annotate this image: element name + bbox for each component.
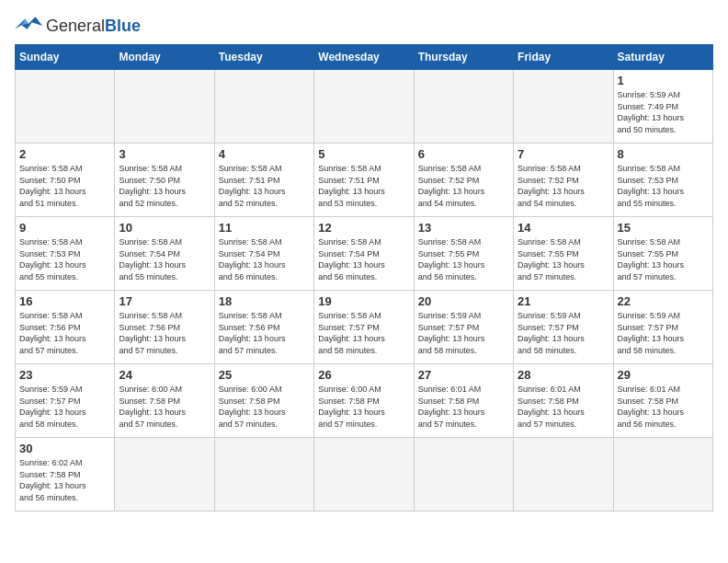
- day-cell: 24Sunrise: 6:00 AM Sunset: 7:58 PM Dayli…: [115, 364, 214, 438]
- day-cell: [314, 70, 414, 144]
- day-cell: 22Sunrise: 5:59 AM Sunset: 7:57 PM Dayli…: [613, 291, 712, 364]
- day-cell: 13Sunrise: 5:58 AM Sunset: 7:55 PM Dayli…: [414, 217, 513, 291]
- day-number: 20: [418, 294, 509, 308]
- day-cell: 14Sunrise: 5:58 AM Sunset: 7:55 PM Dayli…: [514, 217, 613, 291]
- day-number: 1: [618, 74, 709, 87]
- day-info: Sunrise: 6:00 AM Sunset: 7:58 PM Dayligh…: [119, 384, 210, 430]
- day-cell: 21Sunrise: 5:59 AM Sunset: 7:57 PM Dayli…: [514, 291, 613, 364]
- day-info: Sunrise: 5:59 AM Sunset: 7:57 PM Dayligh…: [518, 310, 609, 356]
- day-info: Sunrise: 5:59 AM Sunset: 7:49 PM Dayligh…: [618, 89, 709, 135]
- day-cell: 10Sunrise: 5:58 AM Sunset: 7:54 PM Dayli…: [115, 217, 214, 291]
- day-cell: 26Sunrise: 6:00 AM Sunset: 7:58 PM Dayli…: [314, 364, 414, 438]
- day-info: Sunrise: 5:58 AM Sunset: 7:53 PM Dayligh…: [618, 163, 709, 209]
- day-number: 18: [219, 294, 310, 308]
- day-number: 26: [318, 368, 409, 382]
- day-cell: 30Sunrise: 6:02 AM Sunset: 7:58 PM Dayli…: [16, 438, 115, 511]
- week-row-4: 16Sunrise: 5:58 AM Sunset: 7:56 PM Dayli…: [16, 291, 713, 364]
- day-cell: 4Sunrise: 5:58 AM Sunset: 7:51 PM Daylig…: [214, 144, 313, 217]
- week-row-6: 30Sunrise: 6:02 AM Sunset: 7:58 PM Dayli…: [16, 438, 713, 511]
- day-info: Sunrise: 6:01 AM Sunset: 7:58 PM Dayligh…: [418, 384, 509, 430]
- day-info: Sunrise: 5:58 AM Sunset: 7:54 PM Dayligh…: [119, 236, 210, 282]
- day-number: 14: [518, 221, 609, 235]
- day-cell: 18Sunrise: 5:58 AM Sunset: 7:56 PM Dayli…: [214, 291, 313, 364]
- day-cell: 25Sunrise: 6:00 AM Sunset: 7:58 PM Dayli…: [214, 364, 313, 438]
- day-info: Sunrise: 5:58 AM Sunset: 7:51 PM Dayligh…: [318, 163, 409, 209]
- day-info: Sunrise: 5:58 AM Sunset: 7:50 PM Dayligh…: [19, 163, 110, 209]
- day-number: 9: [19, 221, 110, 235]
- day-cell: [414, 438, 513, 511]
- week-row-1: 1Sunrise: 5:59 AM Sunset: 7:49 PM Daylig…: [16, 70, 713, 144]
- day-cell: [214, 70, 313, 144]
- day-cell: [115, 438, 214, 511]
- calendar-body: 1Sunrise: 5:59 AM Sunset: 7:49 PM Daylig…: [16, 70, 713, 511]
- day-cell: 11Sunrise: 5:58 AM Sunset: 7:54 PM Dayli…: [214, 217, 313, 291]
- day-cell: 23Sunrise: 5:59 AM Sunset: 7:57 PM Dayli…: [16, 364, 115, 438]
- day-number: 4: [219, 147, 310, 161]
- day-cell: 3Sunrise: 5:58 AM Sunset: 7:50 PM Daylig…: [115, 144, 214, 217]
- day-number: 23: [19, 368, 110, 382]
- day-info: Sunrise: 6:02 AM Sunset: 7:58 PM Dayligh…: [19, 457, 110, 503]
- day-cell: 15Sunrise: 5:58 AM Sunset: 7:55 PM Dayli…: [613, 217, 712, 291]
- day-cell: [115, 70, 214, 144]
- day-number: 3: [119, 147, 210, 161]
- days-header-row: SundayMondayTuesdayWednesdayThursdayFrid…: [16, 45, 713, 70]
- day-cell: 2Sunrise: 5:58 AM Sunset: 7:50 PM Daylig…: [16, 144, 115, 217]
- day-cell: 17Sunrise: 5:58 AM Sunset: 7:56 PM Dayli…: [115, 291, 214, 364]
- day-cell: 29Sunrise: 6:01 AM Sunset: 7:58 PM Dayli…: [613, 364, 712, 438]
- day-cell: 9Sunrise: 5:58 AM Sunset: 7:53 PM Daylig…: [16, 217, 115, 291]
- day-number: 13: [418, 221, 509, 235]
- day-info: Sunrise: 5:58 AM Sunset: 7:51 PM Dayligh…: [219, 163, 310, 209]
- day-number: 5: [318, 147, 409, 161]
- day-header-thursday: Thursday: [414, 45, 513, 70]
- day-info: Sunrise: 5:59 AM Sunset: 7:57 PM Dayligh…: [618, 310, 709, 356]
- day-number: 15: [618, 221, 709, 235]
- day-number: 11: [219, 221, 310, 235]
- day-header-friday: Friday: [514, 45, 613, 70]
- day-cell: [514, 70, 613, 144]
- day-header-monday: Monday: [115, 45, 214, 70]
- day-cell: 8Sunrise: 5:58 AM Sunset: 7:53 PM Daylig…: [613, 144, 712, 217]
- day-cell: 5Sunrise: 5:58 AM Sunset: 7:51 PM Daylig…: [314, 144, 414, 217]
- day-info: Sunrise: 5:58 AM Sunset: 7:57 PM Dayligh…: [318, 310, 409, 356]
- day-header-wednesday: Wednesday: [314, 45, 414, 70]
- day-number: 19: [318, 294, 409, 308]
- week-row-5: 23Sunrise: 5:59 AM Sunset: 7:57 PM Dayli…: [16, 364, 713, 438]
- day-number: 16: [19, 294, 110, 308]
- week-row-3: 9Sunrise: 5:58 AM Sunset: 7:53 PM Daylig…: [16, 217, 713, 291]
- logo: GeneralBlue: [15, 15, 141, 37]
- day-number: 27: [418, 368, 509, 382]
- day-number: 30: [19, 442, 110, 455]
- day-number: 24: [119, 368, 210, 382]
- day-info: Sunrise: 5:58 AM Sunset: 7:54 PM Dayligh…: [219, 236, 310, 282]
- day-cell: 1Sunrise: 5:59 AM Sunset: 7:49 PM Daylig…: [613, 70, 712, 144]
- day-cell: 7Sunrise: 5:58 AM Sunset: 7:52 PM Daylig…: [514, 144, 613, 217]
- day-info: Sunrise: 5:58 AM Sunset: 7:56 PM Dayligh…: [219, 310, 310, 356]
- day-cell: [214, 438, 313, 511]
- day-cell: [314, 438, 414, 511]
- logo-icon: [15, 15, 42, 37]
- day-cell: 6Sunrise: 5:58 AM Sunset: 7:52 PM Daylig…: [414, 144, 513, 217]
- day-number: 22: [618, 294, 709, 308]
- day-info: Sunrise: 5:58 AM Sunset: 7:54 PM Dayligh…: [318, 236, 409, 282]
- day-header-saturday: Saturday: [613, 45, 712, 70]
- day-header-tuesday: Tuesday: [214, 45, 313, 70]
- day-cell: [414, 70, 513, 144]
- day-number: 28: [518, 368, 609, 382]
- day-info: Sunrise: 5:59 AM Sunset: 7:57 PM Dayligh…: [19, 384, 110, 430]
- day-header-sunday: Sunday: [16, 45, 115, 70]
- day-number: 8: [618, 147, 709, 161]
- logo-text: GeneralBlue: [46, 17, 141, 36]
- calendar-header: SundayMondayTuesdayWednesdayThursdayFrid…: [16, 45, 713, 70]
- day-info: Sunrise: 5:58 AM Sunset: 7:50 PM Dayligh…: [119, 163, 210, 209]
- day-cell: 27Sunrise: 6:01 AM Sunset: 7:58 PM Dayli…: [414, 364, 513, 438]
- day-number: 21: [518, 294, 609, 308]
- day-info: Sunrise: 6:01 AM Sunset: 7:58 PM Dayligh…: [518, 384, 609, 430]
- day-info: Sunrise: 5:59 AM Sunset: 7:57 PM Dayligh…: [418, 310, 509, 356]
- day-cell: [16, 70, 115, 144]
- day-number: 10: [119, 221, 210, 235]
- day-info: Sunrise: 5:58 AM Sunset: 7:52 PM Dayligh…: [418, 163, 509, 209]
- day-number: 25: [219, 368, 310, 382]
- day-info: Sunrise: 5:58 AM Sunset: 7:52 PM Dayligh…: [518, 163, 609, 209]
- day-cell: [613, 438, 712, 511]
- day-info: Sunrise: 5:58 AM Sunset: 7:56 PM Dayligh…: [19, 310, 110, 356]
